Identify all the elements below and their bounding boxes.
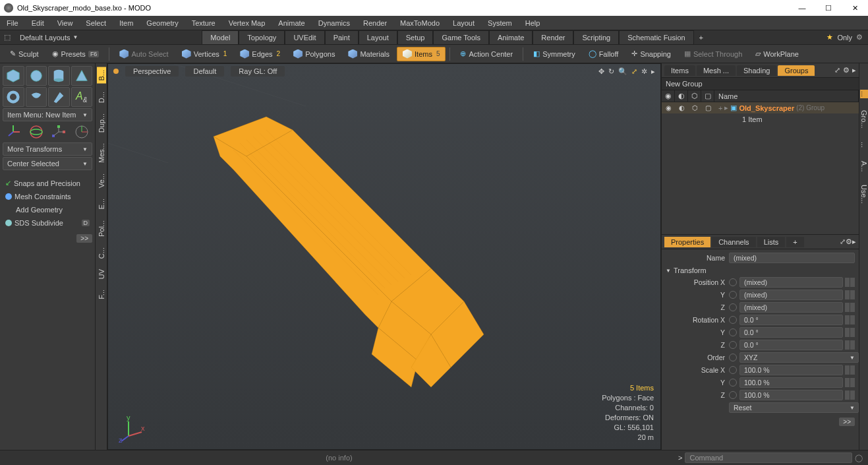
col3-icon[interactable]: ⬡ [688,90,701,102]
viewport-arrow-icon[interactable]: ▸ [651,67,655,76]
menu-layout[interactable]: Layout [446,16,481,30]
menu-edit[interactable]: Edit [25,16,51,30]
maximize-button[interactable]: ☐ [815,0,842,16]
right-tab-items[interactable]: Items [664,65,695,76]
right-tab-groups[interactable]: Groups [778,65,815,76]
viewport-rotate-icon[interactable]: ↻ [608,67,614,76]
transform-section[interactable]: ▼Transform [666,264,855,276]
position-z-input[interactable]: (mixed) [739,302,843,313]
new-group-button[interactable]: New Group [662,78,859,90]
menu-render[interactable]: Render [357,16,393,30]
left-vtab-3[interactable]: Mes... [97,140,106,166]
left-vtab-1[interactable]: D... [97,89,106,106]
select-through-button[interactable]: ▦Select Through [678,47,748,61]
position-x-input[interactable]: (mixed) [739,277,843,288]
layout-tab-scripting[interactable]: Scripting [573,30,619,44]
pen-primitive[interactable] [48,87,70,107]
snapping-button[interactable]: ✛Snapping [625,47,677,61]
mesh-constraints-button[interactable]: Mesh Constraints [3,191,92,202]
right-tab-shading[interactable]: Shading [737,65,776,76]
star-icon[interactable]: ★ [826,33,833,42]
cylinder-primitive[interactable] [48,66,70,86]
more-transforms-dropdown[interactable]: More Transforms▼ [3,142,92,156]
layout-tab-setup[interactable]: Setup [397,30,434,44]
vertices-button[interactable]: Vertices1 [176,47,233,61]
rotate-tool[interactable] [26,123,47,141]
scale-z-input[interactable]: 100.0 % [739,390,843,400]
command-history-icon[interactable]: ◯ [855,454,863,462]
transform-tool[interactable] [71,123,93,141]
right-vtab-1[interactable]: Gro... [860,109,868,130]
right-vtab-4[interactable]: Use... [860,183,868,205]
layout-tab-render[interactable]: Render [533,30,573,44]
name-input[interactable]: (mixed) [729,253,855,263]
cone-primitive[interactable] [71,66,93,86]
symmetry-button[interactable]: ◧Symmetry [527,47,581,61]
order-dropdown[interactable]: XYZ [739,352,859,363]
left-vtab-7[interactable]: C... [97,245,106,261]
menu-system[interactable]: System [481,16,519,30]
menu-vertexmap[interactable]: Vertex Map [222,16,272,30]
menu-maxtomodo[interactable]: MaxToModo [393,16,446,30]
rotation-x-input[interactable]: 0.0 ° [739,315,843,325]
text-primitive[interactable]: A& [71,87,93,107]
viewport-shading-dropdown[interactable]: Default [185,66,224,77]
tree-row-group[interactable]: ◉◐⬡▢ +▸▣Old_Skyscraper(2) Group [662,102,859,113]
layout-tab-schematicfusion[interactable]: Schematic Fusion [619,30,693,44]
menu-select[interactable]: Select [79,16,113,30]
add-layout-button[interactable]: + [694,34,709,42]
layout-selector[interactable]: Default Layouts▼ [14,34,83,42]
scale-y-input[interactable]: 100.0 % [739,377,843,388]
command-chevron-icon[interactable]: > [678,454,682,462]
right-tab-mesh[interactable]: Mesh ... [697,65,736,76]
torus-primitive[interactable] [3,87,24,107]
prop-gear-icon[interactable]: ⚙ [846,237,852,245]
move-tool[interactable] [3,123,24,141]
edges-button[interactable]: Edges2 [234,47,286,61]
left-vtab-9[interactable]: F... [97,287,106,302]
action-center-button[interactable]: ⊕Action Center [454,47,519,61]
layout-tab-uvedit[interactable]: UVEdit [285,30,324,44]
layout-tab-gametools[interactable]: Game Tools [433,30,489,44]
rotation-z-input[interactable]: 0.0 ° [739,340,843,350]
add-geometry-button[interactable]: Add Geometry [3,204,92,216]
panel-expand-icon[interactable]: ⤢ [834,66,840,75]
reset-dropdown[interactable]: Reset [729,402,859,413]
sds-subdivide-button[interactable]: SDS SubdivideD [3,217,92,229]
right-vtab-0[interactable]: ... [860,90,868,98]
prop-tab-lists[interactable]: Lists [757,237,786,247]
prop-tab-properties[interactable]: Properties [664,237,710,247]
sphere-primitive[interactable] [26,66,47,86]
gear-icon[interactable]: ⚙ [856,33,863,42]
rotation-y-input[interactable]: 0.0 ° [739,327,843,338]
viewport-zoom-icon[interactable]: 🔍 [618,67,627,76]
left-vtab-4[interactable]: Ve... [97,171,106,191]
col2-icon[interactable]: ◐ [675,90,688,102]
menu-view[interactable]: View [51,16,80,30]
menu-dynamics[interactable]: Dynamics [312,16,357,30]
expand-props-button[interactable]: >> [839,418,855,426]
position-y-input[interactable]: (mixed) [739,290,843,300]
menu-animate[interactable]: Animate [272,16,311,30]
left-vtab-8[interactable]: UV [97,266,106,282]
viewport-raygl-dropdown[interactable]: Ray GL: Off [231,66,285,77]
item-menu-dropdown[interactable]: Item Menu: New Item▼ [3,108,92,121]
snaps-precision-button[interactable]: ↙Snaps and Precision [3,177,92,189]
viewport-view-dropdown[interactable]: Perspective [125,66,179,77]
presets-button[interactable]: ◉PresetsF6 [46,47,105,61]
panel-menu-icon[interactable]: ▸ [852,66,856,75]
expand-left-button[interactable]: >> [76,234,92,243]
layout-tab-paint[interactable]: Paint [325,30,359,44]
right-vtab-3[interactable]: A... [860,160,868,173]
materials-button[interactable]: Materials [342,47,395,61]
panel-gear-icon[interactable]: ⚙ [843,66,850,75]
menu-geometry[interactable]: Geometry [140,16,185,30]
prop-expand-icon[interactable]: ⤢ [840,237,846,245]
polygons-button[interactable]: Polygons [287,47,341,61]
viewport-options-icon[interactable]: ✲ [641,67,647,76]
menu-help[interactable]: Help [519,16,547,30]
left-vtab-5[interactable]: E... [97,196,106,212]
center-selected-dropdown[interactable]: Center Selected▼ [3,157,92,170]
left-vtab-0[interactable]: B... [97,67,106,84]
viewport-move-icon[interactable]: ✥ [598,67,604,76]
